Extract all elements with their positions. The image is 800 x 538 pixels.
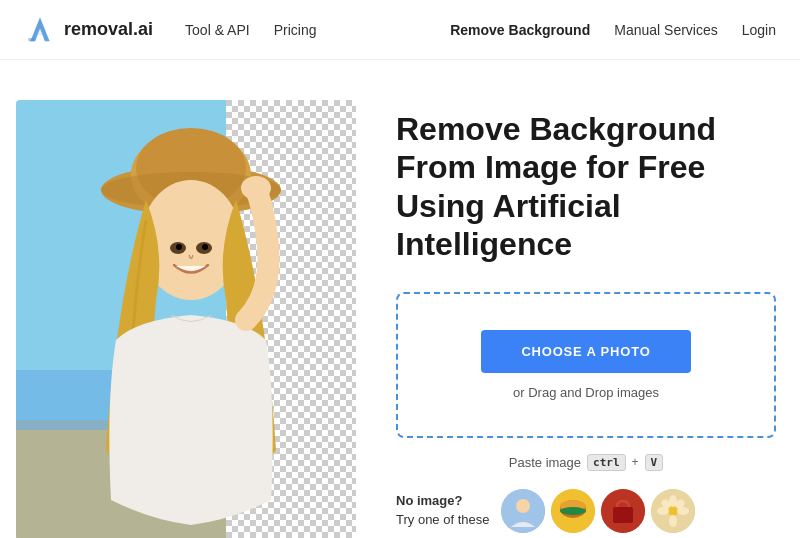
logo-icon [24,14,56,46]
nav-link-pricing[interactable]: Pricing [274,22,317,38]
nav-link-tool-api[interactable]: Tool & API [185,22,250,38]
sample-thumb-food[interactable] [551,489,595,533]
sample-section: No image? Try one of these [396,489,776,533]
paste-row: Paste image ctrl + V [396,454,776,471]
logo-text: removal.ai [64,19,153,40]
main-content: Remove Background From Image for Free Us… [0,60,800,538]
thumb-bag-image [601,489,645,533]
nav-left: removal.ai Tool & API Pricing [24,14,316,46]
navbar: removal.ai Tool & API Pricing Remove Bac… [0,0,800,60]
plus-symbol: + [632,455,639,469]
nav-link-remove-bg[interactable]: Remove Background [450,22,590,38]
dropzone[interactable]: CHOOSE A PHOTO or Drag and Drop images [396,292,776,438]
thumb-food-image [551,489,595,533]
hero-image-container [16,100,356,538]
right-content: Remove Background From Image for Free Us… [396,100,776,538]
svg-point-19 [560,507,586,515]
nav-link-login[interactable]: Login [742,22,776,38]
try-these-text: Try one of these [396,512,489,527]
drag-drop-text: or Drag and Drop images [418,385,754,400]
svg-rect-21 [613,507,633,523]
sample-label: No image? Try one of these [396,492,489,528]
hero-image [16,100,356,538]
svg-point-11 [176,244,182,250]
v-key: V [645,454,664,471]
paste-label: Paste image [509,455,581,470]
nav-right: Remove Background Manual Services Login [450,22,776,38]
logo[interactable]: removal.ai [24,14,153,46]
svg-point-25 [669,515,677,527]
nav-links: Tool & API Pricing [185,22,316,38]
thumb-flower-image [651,489,695,533]
hero-title: Remove Background From Image for Free Us… [396,110,776,264]
no-image-text: No image? [396,492,489,510]
svg-point-13 [241,176,271,200]
svg-rect-0 [28,38,34,41]
thumb-person-image [501,489,545,533]
ctrl-key: ctrl [587,454,626,471]
sample-thumb-person[interactable] [501,489,545,533]
svg-point-12 [202,244,208,250]
svg-point-15 [516,499,530,513]
choose-photo-button[interactable]: CHOOSE A PHOTO [481,330,690,373]
sample-thumbs [501,489,695,533]
sample-thumb-bag[interactable] [601,489,645,533]
sample-thumb-flower[interactable] [651,489,695,533]
nav-link-manual-services[interactable]: Manual Services [614,22,718,38]
